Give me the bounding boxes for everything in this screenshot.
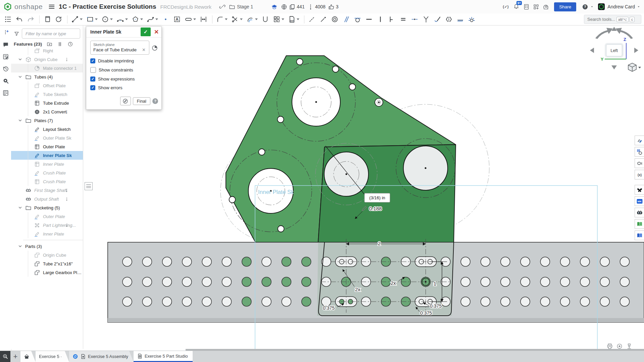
sheet-cube-app-button[interactable] bbox=[635, 147, 644, 157]
edit-sketch-button[interactable] bbox=[120, 97, 131, 105]
tube-hole[interactable] bbox=[461, 257, 470, 266]
tube-hole[interactable] bbox=[620, 257, 630, 266]
dialog-option[interactable]: ✓Show expressions bbox=[90, 76, 158, 82]
fix-tool[interactable] bbox=[455, 14, 465, 24]
printer-icon[interactable] bbox=[606, 343, 613, 350]
item-menu-icon[interactable] bbox=[65, 56, 69, 62]
tube-hole[interactable] bbox=[262, 257, 271, 266]
chevron-down-icon[interactable] bbox=[95, 18, 98, 20]
spline-tool[interactable] bbox=[145, 14, 159, 24]
tree-item[interactable]: Tube 2"x1"x16" bbox=[11, 259, 83, 268]
tube-hole[interactable] bbox=[222, 297, 232, 306]
chevron-down-icon[interactable] bbox=[18, 57, 22, 62]
home-tab[interactable] bbox=[20, 351, 36, 362]
midpoint-tool[interactable] bbox=[409, 14, 420, 24]
tree-item[interactable]: Origin Cube bbox=[11, 55, 83, 64]
history-icon[interactable] bbox=[2, 65, 9, 72]
cancel-button[interactable]: ✕ bbox=[153, 28, 160, 36]
tree-item[interactable]: Right bbox=[11, 46, 83, 55]
chevron-down-icon[interactable] bbox=[18, 74, 22, 79]
chevron-down-icon[interactable] bbox=[140, 18, 143, 20]
tree-item[interactable]: Tube Sketch bbox=[11, 90, 83, 99]
folder-name[interactable]: Stage 1 bbox=[237, 4, 253, 9]
search-tools[interactable]: alt/⌥ c bbox=[584, 15, 641, 24]
horizontal-tool[interactable] bbox=[364, 14, 374, 24]
learning-icon[interactable] bbox=[271, 4, 278, 10]
tube-hole[interactable] bbox=[302, 297, 311, 306]
sketch-name-label[interactable]: Inner Plate Sk bbox=[258, 189, 294, 195]
chevron-down-icon[interactable] bbox=[18, 244, 22, 249]
versions-stat[interactable]: 4008 bbox=[307, 4, 326, 10]
mate-connector-icon[interactable] bbox=[151, 45, 158, 51]
construction-tool[interactable] bbox=[307, 14, 317, 24]
sketch-plane-field[interactable]: Sketch plane Face of Tube Extrude ✕ bbox=[90, 41, 149, 55]
tube-hole[interactable] bbox=[242, 257, 251, 266]
tree-item[interactable]: Tubes (4) bbox=[11, 72, 83, 81]
tube-hole[interactable] bbox=[202, 257, 211, 266]
tangent-tool[interactable] bbox=[352, 14, 363, 24]
tree-item[interactable]: Crush Plate bbox=[11, 177, 83, 186]
function-braces-app-button[interactable]: (x) bbox=[635, 170, 644, 179]
pattern-tool[interactable] bbox=[271, 14, 286, 24]
tree-item[interactable]: Outer Plate bbox=[11, 212, 83, 221]
tube-hole[interactable] bbox=[540, 257, 550, 266]
document-title[interactable]: 1C - Practice Exercise Solutions bbox=[59, 3, 156, 10]
checklist-icon[interactable] bbox=[2, 90, 9, 96]
turntable-icon[interactable] bbox=[616, 343, 623, 350]
tube-hole[interactable] bbox=[182, 277, 192, 287]
tube-hole[interactable] bbox=[521, 297, 530, 306]
tube-hole[interactable] bbox=[481, 257, 490, 266]
preview-search-button[interactable] bbox=[0, 351, 10, 362]
tree-item[interactable]: Mate connector 1 bbox=[11, 64, 83, 72]
tree-item[interactable]: Inner Plate bbox=[11, 229, 83, 238]
dimension-tool[interactable] bbox=[198, 14, 209, 24]
dialog-option[interactable]: ✓Disable imprinting bbox=[90, 58, 158, 63]
document-tab[interactable]: Exercise 5 Part Studio bbox=[134, 351, 193, 362]
confirm-button[interactable]: ✓ bbox=[141, 28, 151, 36]
appearance-app-button[interactable] bbox=[635, 136, 644, 145]
dialog-option[interactable]: Show constraints bbox=[90, 67, 158, 73]
tube-hole[interactable] bbox=[600, 277, 609, 287]
tube-hole[interactable] bbox=[182, 257, 192, 266]
derive-tool[interactable] bbox=[53, 14, 64, 24]
isometric-cube-icon[interactable] bbox=[628, 63, 636, 71]
tube-hole[interactable] bbox=[162, 297, 172, 306]
point-tool[interactable] bbox=[160, 14, 171, 24]
filter-icon[interactable] bbox=[14, 31, 19, 37]
link-icon[interactable] bbox=[219, 4, 226, 10]
user-menu[interactable]: Andrew Card bbox=[607, 4, 641, 9]
chevron-down-icon[interactable] bbox=[240, 18, 243, 20]
feature-script-icon[interactable]: {✓} bbox=[502, 3, 509, 10]
checked-checkbox[interactable]: ✓ bbox=[90, 76, 95, 82]
coincident-tool[interactable] bbox=[318, 14, 329, 24]
rectangle-tool[interactable] bbox=[85, 14, 99, 24]
use-project-tool[interactable] bbox=[260, 14, 270, 24]
add-tab-button[interactable]: + bbox=[10, 351, 20, 362]
tube-hole[interactable] bbox=[142, 297, 152, 306]
tree-item[interactable]: Part Lightening... bbox=[11, 221, 83, 229]
chevron-down-icon[interactable] bbox=[18, 118, 22, 123]
line-tool[interactable] bbox=[70, 14, 84, 24]
main-menu-icon[interactable] bbox=[48, 3, 55, 10]
chevron-down-icon[interactable] bbox=[193, 18, 196, 20]
notes-icon[interactable] bbox=[2, 53, 9, 60]
offset-tool[interactable] bbox=[245, 14, 259, 24]
avatar[interactable] bbox=[597, 3, 605, 11]
tube-hole[interactable] bbox=[302, 277, 311, 287]
view-cube[interactable]: Left bbox=[605, 43, 624, 58]
sketch-point-marker[interactable] bbox=[375, 98, 383, 106]
tube-hole[interactable] bbox=[202, 277, 211, 287]
tube-hole[interactable] bbox=[262, 297, 271, 306]
fillet-tool[interactable] bbox=[215, 14, 229, 24]
tree-item[interactable]: Pocketing (5) bbox=[11, 203, 83, 212]
vertical-tool[interactable] bbox=[375, 14, 386, 24]
tube-hole[interactable] bbox=[202, 297, 211, 306]
tube-hole[interactable] bbox=[501, 297, 510, 306]
tube-hole[interactable] bbox=[182, 297, 192, 306]
normal-tool[interactable] bbox=[432, 14, 443, 24]
help-caret-icon[interactable] bbox=[590, 5, 594, 9]
tube-hole[interactable] bbox=[282, 297, 291, 306]
tube-hole[interactable] bbox=[540, 297, 550, 306]
tube-hole[interactable] bbox=[122, 277, 132, 287]
search-tools-input[interactable] bbox=[587, 16, 615, 22]
